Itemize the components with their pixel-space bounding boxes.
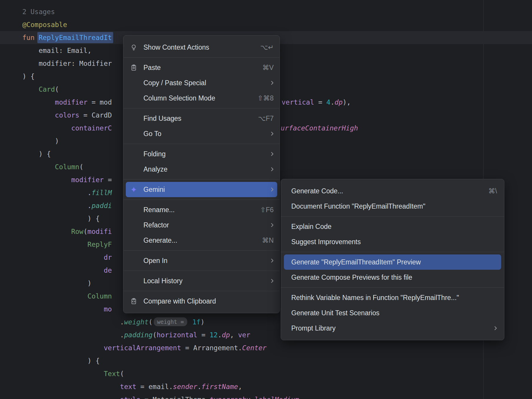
code-token: email: Email, [22, 47, 91, 54]
code-token [22, 254, 104, 261]
menu-item-go-to[interactable]: Go To [123, 126, 280, 141]
menu-item-compare-with-clipboard[interactable]: Compare with Clipboard [123, 294, 280, 309]
menu-item-generate-code[interactable]: Generate Code...⌘\ [281, 183, 504, 199]
submenu-arrow-icon [271, 167, 274, 172]
submenu-arrow-icon [271, 279, 274, 283]
code-token: labelMedium [254, 396, 299, 399]
code-token [22, 98, 55, 106]
code-token: ( [83, 228, 88, 235]
code-token: Center [242, 344, 267, 352]
code-token [188, 318, 193, 326]
code-line: style = MaterialTheme.typography.labelMe… [0, 393, 532, 399]
code-token: 1f [193, 318, 201, 326]
code-token: = [314, 98, 327, 106]
editor-context-menu: Show Context Actions⌥↵Paste⌘VCopy / Past… [123, 35, 280, 313]
code-token [22, 266, 104, 274]
code-token: ) { [22, 357, 100, 365]
code-token: containerC [71, 124, 112, 132]
code-token: typography [210, 396, 250, 399]
menu-shortcut: ⌘\ [488, 187, 497, 195]
menu-item-explain-code[interactable]: Explain Code [281, 219, 504, 234]
code-token: dp [222, 331, 230, 339]
menu-item-label: Column Selection Mode [143, 94, 249, 102]
menu-item-label: Document Function "ReplyEmailThreadItem" [291, 202, 497, 210]
code-token: mo [104, 305, 112, 313]
menu-shortcut: ⌥F7 [258, 115, 274, 123]
menu-separator [281, 287, 504, 288]
code-token [22, 292, 88, 300]
submenu-arrow-icon [271, 223, 274, 227]
menu-item-generate-replyemailthreaditem-preview[interactable]: Generate "ReplyEmailThreadItem" Preview [284, 254, 501, 270]
menu-item-prompt-library[interactable]: Prompt Library [281, 321, 504, 336]
code-token: fun [22, 34, 39, 41]
menu-separator [123, 144, 280, 144]
menu-item-label: Suggest Improvements [291, 238, 497, 246]
menu-item-label: Analyze [143, 165, 262, 173]
menu-item-rename[interactable]: Rename...⇧F6 [123, 202, 280, 217]
lightbulb-icon [131, 44, 143, 51]
menu-item-analyze[interactable]: Analyze [123, 162, 280, 177]
code-token: ) { [22, 150, 51, 158]
menu-item-show-context-actions[interactable]: Show Context Actions⌥↵ [123, 40, 280, 55]
submenu-arrow-icon [271, 81, 274, 85]
code-token: = mod [88, 98, 112, 106]
submenu-arrow-icon [271, 187, 274, 192]
gemini-submenu: Generate Code...⌘\Document Function "Rep… [281, 179, 504, 340]
code-token: fillM [91, 189, 112, 197]
compare-clipboard-icon [131, 298, 143, 304]
code-token: . [22, 189, 91, 197]
code-line: Text( [0, 367, 532, 380]
code-token: modifier: Modifier [22, 60, 112, 67]
code-token [22, 305, 104, 313]
code-token: sender [173, 383, 197, 390]
menu-item-label: Prompt Library [291, 324, 486, 332]
code-token: = CardD [79, 111, 112, 119]
menu-item-find-usages[interactable]: Find Usages⌥F7 [123, 111, 280, 126]
code-token: dr [104, 254, 112, 261]
submenu-arrow-icon [271, 131, 274, 136]
code-token [22, 370, 104, 378]
code-token: ReplyF [88, 241, 112, 248]
code-token [22, 86, 39, 93]
code-token: weight [124, 318, 148, 326]
menu-item-generate-compose-previews-for-this-file[interactable]: Generate Compose Previews for this file [281, 270, 504, 285]
code-token: . [22, 202, 91, 209]
menu-item-open-in[interactable]: Open In [123, 253, 280, 268]
code-token: . [22, 318, 124, 326]
code-token: ) [22, 279, 91, 287]
menu-item-suggest-improvements[interactable]: Suggest Improvements [281, 234, 504, 249]
menu-shortcut: ⇧F6 [260, 206, 274, 214]
code-token [22, 163, 55, 171]
menu-item-label: Copy / Paste Special [143, 79, 262, 87]
menu-item-paste[interactable]: Paste⌘V [123, 60, 280, 75]
code-line: text = email.sender.firstName, [0, 380, 532, 393]
code-token [22, 344, 104, 352]
code-token [22, 124, 71, 132]
menu-item-rethink-variable-names-in-function-replyemailthre[interactable]: Rethink Variable Names in Function "Repl… [281, 290, 504, 305]
menu-item-local-history[interactable]: Local History [123, 273, 280, 289]
code-token: . [330, 98, 334, 106]
menu-item-document-function-replyemailthreaditem[interactable]: Document Function "ReplyEmailThreadItem" [281, 199, 504, 214]
menu-item-folding[interactable]: Folding [123, 146, 280, 162]
code-token: style [120, 396, 140, 399]
menu-shortcut: ⇧⌘8 [257, 94, 274, 102]
clipboard-icon [131, 64, 143, 71]
menu-item-gemini[interactable]: Gemini [126, 182, 277, 197]
code-token: 12 [210, 331, 218, 339]
menu-separator [281, 216, 504, 217]
menu-item-generate-unit-test-scenarios[interactable]: Generate Unit Test Scenarios [281, 305, 504, 321]
code-line: verticalArrangement = Arrangement.Center [0, 341, 532, 354]
code-token [22, 176, 71, 184]
code-fragment-right: vertical = 4.dp), [282, 96, 351, 109]
menu-item-copy-paste-special[interactable]: Copy / Paste Special [123, 75, 280, 90]
submenu-arrow-icon [271, 152, 274, 156]
menu-item-generate[interactable]: Generate...⌘N [123, 233, 280, 248]
menu-item-label: Local History [143, 277, 262, 285]
menu-item-refactor[interactable]: Refactor [123, 217, 280, 233]
code-token: de [104, 266, 112, 274]
menu-item-label: Folding [143, 150, 262, 158]
ide-screen: 2 Usages@Composablefun ReplyEmailThreadI… [0, 0, 532, 399]
menu-item-column-selection-mode[interactable]: Column Selection Mode⇧⌘8 [123, 90, 280, 106]
code-token: ver [238, 331, 250, 339]
menu-item-label: Compare with Clipboard [143, 297, 274, 305]
